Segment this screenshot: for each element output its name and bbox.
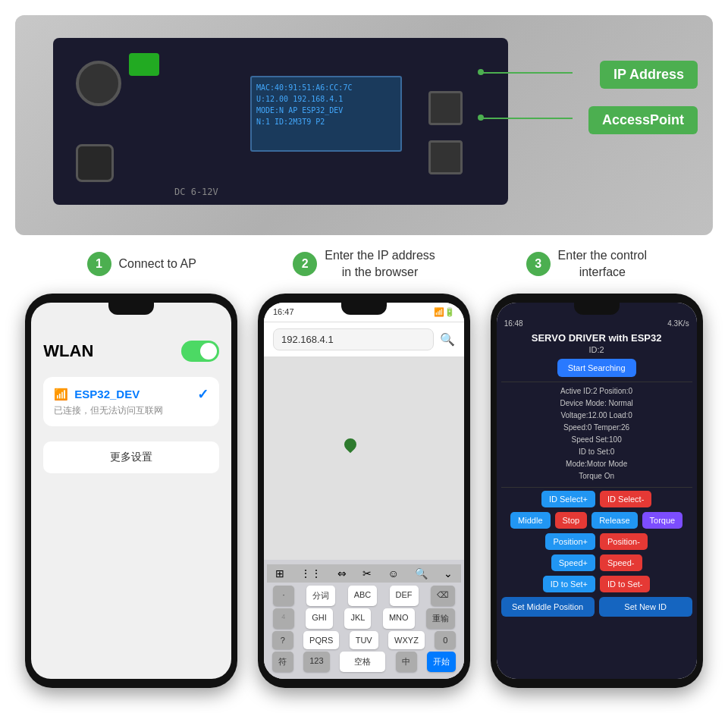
release-button[interactable]: Release [592,512,637,529]
ctrl-info-block: Active ID:2 Position:0 Device Mode: Norm… [501,385,692,482]
access-point-callout: AccessPoint [588,106,698,134]
steps-section: 1 Connect to AP 2 Enter the IP address i… [0,235,728,294]
ctrl-network-info: 4.3K/s [667,319,689,328]
key-tuv[interactable]: TUV [350,631,378,649]
key-backspace[interactable]: ⌫ [431,586,455,606]
id-to-set-plus-button[interactable]: ID to Set+ [543,576,595,592]
kb-icon-5[interactable]: ☺ [388,567,399,580]
speed-plus-button[interactable]: Speed+ [551,554,595,571]
more-settings-button[interactable]: 更多设置 [43,441,219,473]
pcb-screen: MAC:40:91:51:A6:CC:7C U:12.00 192.168.4.… [250,76,402,152]
wlan-toggle[interactable] [181,341,219,362]
set-bottom-row: Set Middle Position Set New ID [501,597,692,617]
device-mode-text: Device Mode: Normal [501,397,692,410]
key-question[interactable]: ? [272,631,293,649]
browser-url-input[interactable]: 192.168.4.1 [273,328,434,350]
key-mno[interactable]: MNO [383,608,415,629]
position-minus-button[interactable]: Position- [600,533,648,550]
stop-button[interactable]: Stop [555,512,588,529]
browser-content [264,357,464,560]
key-return[interactable]: 重输 [426,608,455,629]
middle-stop-row: Middle Stop Release Torque [501,512,692,529]
ip-address-callout: IP Address [600,61,698,89]
key-4[interactable]: 4 [273,608,294,629]
id-select-minus-button[interactable]: ID Select- [600,491,651,507]
wlan-header: WLAN [43,341,219,362]
wifi-check-icon: ✓ [197,386,209,403]
id-select-plus-button[interactable]: ID Select+ [541,491,595,507]
toggle-knob [200,343,217,360]
key-fenci[interactable]: 分词 [306,586,335,606]
phone-3-frame: 16:48 4.3K/s SERVO DRIVER with ESP32 ID:… [491,294,703,688]
phone-2-frame: 16:47 0.2K/s 📶🔋 192.168.4.1 🔍 ⊞ ⋮⋮ ⇔ [258,294,470,688]
step-3-text: Enter the control interface [558,247,647,281]
step-1-text: Connect to AP [119,256,196,272]
key-def[interactable]: DEF [390,586,419,606]
kb-icon-2[interactable]: ⋮⋮ [300,567,322,580]
key-123[interactable]: 123 [303,652,329,672]
kb-icon-7[interactable]: ⌄ [444,567,453,580]
key-pqrs[interactable]: PQRS [303,631,339,649]
kb-icon-4[interactable]: ✂ [362,567,372,580]
key-symbol[interactable]: 符 [272,652,293,672]
key-start[interactable]: 开始 [427,652,456,672]
keyboard-row-4: 符 123 空格 中 开始 [267,652,461,672]
pcb-screen-text: MAC:40:91:51:A6:CC:7C U:12.00 192.168.4.… [256,82,396,127]
keyboard-row-2: 4 GHI JKL MNO 重输 [267,608,461,629]
phone-1-frame: WLAN 📶 ESP32_DEV ✓ 已连接，但无法访问互联网 更多设置 [25,294,237,688]
middle-button[interactable]: Middle [510,512,550,529]
wifi-sub-text: 已连接，但无法访问互联网 [54,404,209,417]
torque-button[interactable]: Torque [642,512,683,529]
divider-1 [501,382,692,382]
browser-toolbar: 192.168.4.1 🔍 [264,322,464,357]
position-row: Position+ Position- [501,533,692,550]
kb-icon-1[interactable]: ⊞ [275,567,284,580]
speed-row: Speed+ Speed- [501,554,692,571]
step-3: 3 Enter the control interface [475,247,698,281]
start-searching-row: Start Searching [501,359,692,377]
phone-1-screen: WLAN 📶 ESP32_DEV ✓ 已连接，但无法访问互联网 更多设置 [31,303,231,679]
phone-3-notch [574,303,620,315]
key-jkl[interactable]: JKL [344,608,371,629]
browser-signal-icons: 📶🔋 [434,307,455,317]
start-searching-button[interactable]: Start Searching [557,359,636,377]
browser-time: 16:47 [273,307,294,316]
wifi-item[interactable]: 📶 ESP32_DEV ✓ 已连接，但无法访问互联网 [43,377,219,426]
keyboard-row-1: · 分词 ABC DEF ⌫ [267,586,461,606]
key-dot[interactable]: · [273,586,294,606]
key-chinese[interactable]: 中 [396,652,417,672]
phone-2-screen: 16:47 0.2K/s 📶🔋 192.168.4.1 🔍 ⊞ ⋮⋮ ⇔ [264,303,464,679]
key-space[interactable]: 空格 [340,652,385,672]
ap-callout-line [482,118,573,119]
kb-icon-3[interactable]: ⇔ [337,567,347,580]
id-select-row: ID Select+ ID Select- [501,491,692,507]
key-0[interactable]: 0 [435,631,456,649]
phone-1-notch [108,303,154,315]
key-ghi[interactable]: GHI [306,608,333,629]
keyboard-row-3: ? PQRS TUV WXYZ 0 [267,631,461,649]
set-middle-position-button[interactable]: Set Middle Position [501,597,595,617]
step-1-number: 1 [87,252,111,276]
ctrl-statusbar: 16:48 4.3K/s [501,318,692,329]
phones-section: WLAN 📶 ESP32_DEV ✓ 已连接，但无法访问互联网 更多设置 [0,294,728,688]
phone-2-notch [341,303,387,315]
key-wxyz[interactable]: WXYZ [388,631,425,649]
ctrl-id: ID:2 [501,345,692,354]
set-new-id-button[interactable]: Set New ID [599,597,692,617]
ctrl-time: 16:48 [504,319,523,328]
wlan-title: WLAN [43,341,93,361]
id-to-set-minus-button[interactable]: ID to Set- [600,576,650,592]
browser-search-icon[interactable]: 🔍 [440,332,455,347]
map-location-dot [341,435,359,453]
position-plus-button[interactable]: Position+ [545,533,595,550]
mode-text: Mode:Motor Mode [501,458,692,470]
kb-icon-6[interactable]: 🔍 [415,567,428,580]
hardware-bg: MAC:40:91:51:A6:CC:7C U:12.00 192.168.4.… [15,15,713,235]
speed-minus-button[interactable]: Speed- [600,554,642,571]
ip-callout-line [482,72,573,74]
step-3-number: 3 [526,252,551,276]
control-interface: 16:48 4.3K/s SERVO DRIVER with ESP32 ID:… [497,303,697,679]
key-abc[interactable]: ABC [348,586,378,606]
id-to-set-text: ID to Set:0 [501,446,692,458]
wifi-icon: 📶 [54,388,68,401]
